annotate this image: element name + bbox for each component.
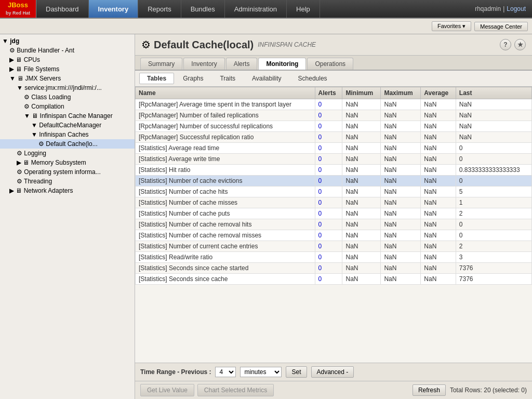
table-cell: 0: [315, 241, 342, 252]
chart-selected-metrics-button[interactable]: Chart Selected Metrics: [197, 384, 274, 396]
nav-item-reports[interactable]: Reports: [138, 0, 181, 18]
table-cell: 0: [315, 143, 342, 154]
table-row[interactable]: [Statistics] Seconds since cache0NaNNaNN…: [136, 274, 532, 285]
table-row[interactable]: [RpcManager] Successful replication rati…: [136, 132, 532, 143]
sidebar-item-8[interactable]: ▼ 🖥 Infinispan Cache Manager: [0, 111, 135, 121]
col-header-alerts: Alerts: [315, 87, 342, 99]
sidebar-item-3[interactable]: ▶ 🖥 File Systems: [0, 64, 135, 74]
table-row[interactable]: [Statistics] Average read time0NaNNaNNaN…: [136, 143, 532, 154]
table-row[interactable]: [Statistics] Number of cache removal hit…: [136, 219, 532, 230]
table-row[interactable]: [Statistics] Hit ratio0NaNNaNNaN0.833333…: [136, 165, 532, 176]
logo-brand: JBoss: [8, 1, 28, 9]
table-cell: NaN: [421, 110, 456, 121]
sidebar-item-1[interactable]: ⚙ Bundle Handler - Ant: [0, 46, 135, 55]
table-row[interactable]: [Statistics] Average write time0NaNNaNNa…: [136, 154, 532, 165]
table-row[interactable]: [Statistics] Number of cache misses0NaNN…: [136, 197, 532, 208]
table-row[interactable]: [RpcManager] Average time spent in the t…: [136, 99, 532, 110]
table-cell: NaN: [342, 99, 381, 110]
main-tab-monitoring[interactable]: Monitoring: [258, 58, 306, 70]
table-row[interactable]: [Statistics] Number of current cache ent…: [136, 241, 532, 252]
table-header: NameAlertsMinimumMaximumAverageLast: [136, 87, 532, 99]
get-live-value-button[interactable]: Get Live Value: [140, 384, 194, 396]
main-tab-alerts[interactable]: Alerts: [226, 58, 258, 70]
table-cell: NaN: [421, 241, 456, 252]
sidebar-item-4[interactable]: ▼ 🖥 JMX Servers: [0, 74, 135, 83]
star-icon-button[interactable]: ★: [514, 39, 526, 50]
table-cell: NaN: [421, 154, 456, 165]
table-cell: 0: [315, 176, 342, 187]
main-tab-summary[interactable]: Summary: [140, 58, 182, 70]
advanced-button[interactable]: Advanced -: [311, 366, 354, 378]
nav-item-dashboard[interactable]: Dashboard: [36, 0, 89, 18]
nav-item-help[interactable]: Help: [287, 0, 320, 18]
table-row[interactable]: [Statistics] Number of cache puts0NaNNaN…: [136, 208, 532, 219]
table-cell: NaN: [342, 230, 381, 241]
table-cell: 2: [456, 208, 531, 219]
page-gear-icon: ⚙: [141, 38, 151, 51]
table-cell: NaN: [342, 154, 381, 165]
table-cell: 7376: [456, 263, 531, 274]
refresh-button[interactable]: Refresh: [413, 384, 446, 396]
table-cell: 0: [315, 197, 342, 208]
table-cell: [Statistics] Hit ratio: [136, 165, 315, 176]
sub-tab-schedules[interactable]: Schedules: [290, 73, 335, 84]
table-row[interactable]: [Statistics] Seconds since cache started…: [136, 263, 532, 274]
table-cell: NaN: [421, 99, 456, 110]
sub-tab-tables[interactable]: Tables: [139, 73, 174, 84]
time-range-value-select[interactable]: 41812: [215, 367, 236, 377]
sidebar-item-5[interactable]: ▼ service:jmx:rmi:///jndi/rmi:/...: [0, 83, 135, 92]
table-cell: [RpcManager] Number of successful replic…: [136, 121, 315, 132]
set-button[interactable]: Set: [286, 366, 307, 378]
table-cell: NaN: [381, 241, 421, 252]
table-cell: 0: [315, 263, 342, 274]
table-cell: 0: [315, 154, 342, 165]
table-row[interactable]: [Statistics] Number of cache removal mis…: [136, 230, 532, 241]
sidebar-item-6[interactable]: ⚙ Class Loading: [0, 92, 135, 102]
table-cell: [Statistics] Number of cache evictions: [136, 176, 315, 187]
nav-item-bundles[interactable]: Bundles: [181, 0, 225, 18]
table-row[interactable]: [Statistics] Number of cache hits0NaNNaN…: [136, 187, 532, 197]
sidebar-item-14[interactable]: ⚙ Operating system informa...: [0, 167, 135, 177]
sidebar-item-10[interactable]: ▼ Infinispan Caches: [0, 130, 135, 139]
table-cell: NaN: [456, 121, 531, 132]
col-header-maximum: Maximum: [381, 87, 421, 99]
table-row[interactable]: [RpcManager] Number of failed replicatio…: [136, 110, 532, 121]
logout-link[interactable]: Logout: [507, 5, 526, 12]
sidebar-item-2[interactable]: ▶ 🖥 CPUs: [0, 55, 135, 64]
nav-item-inventory[interactable]: Inventory: [89, 0, 139, 18]
bottom-bar: Time Range - Previous : 41812 minuteshou…: [135, 363, 532, 381]
main-tab-inventory[interactable]: Inventory: [183, 58, 224, 70]
table-row[interactable]: [RpcManager] Number of successful replic…: [136, 121, 532, 132]
logo-sub: by Red Hat: [6, 10, 30, 16]
sidebar-item-0[interactable]: ▼ jdg: [0, 36, 135, 46]
sidebar-item-15[interactable]: ⚙ Threading: [0, 177, 135, 186]
sidebar-item-16[interactable]: ▶ 🖥 Network Adapters: [0, 186, 135, 195]
table-row[interactable]: [Statistics] Number of cache evictions0N…: [136, 176, 532, 187]
table-cell: NaN: [421, 197, 456, 208]
time-range-unit-select[interactable]: minuteshoursdays: [240, 367, 282, 377]
sub-tab-traits[interactable]: Traits: [212, 73, 243, 84]
main-tab-operations[interactable]: Operations: [307, 58, 353, 70]
table-cell: [Statistics] Seconds since cache started: [136, 263, 315, 274]
favorites-button[interactable]: Favorites ▾: [432, 21, 471, 31]
sidebar-item-12[interactable]: ⚙ Logging: [0, 149, 135, 158]
help-icon-button[interactable]: ?: [500, 39, 511, 50]
table-cell: NaN: [456, 99, 531, 110]
sidebar-item-11[interactable]: ⚙ Default Cache(lo...: [0, 139, 135, 149]
sub-tab-graphs[interactable]: Graphs: [175, 73, 211, 84]
table-cell: 0.8333333333333333: [456, 165, 531, 176]
page-header: ⚙ Default Cache(local) Infinispan Cache …: [135, 34, 532, 56]
table-cell: 0: [315, 132, 342, 143]
content-area: ⚙ Default Cache(local) Infinispan Cache …: [135, 34, 532, 399]
nav-items: DashboardInventoryReportsBundlesAdminist…: [36, 0, 320, 18]
sidebar-item-7[interactable]: ⚙ Compilation: [0, 102, 135, 111]
sub-tab-availability[interactable]: Availability: [244, 73, 289, 84]
sidebar-item-9[interactable]: ▼ DefaultCacheManager: [0, 121, 135, 130]
nav-item-administration[interactable]: Administration: [225, 0, 287, 18]
sidebar-item-13[interactable]: ▶ 🖥 Memory Subsystem: [0, 158, 135, 167]
message-center-button[interactable]: Message Center: [474, 22, 528, 31]
table-row[interactable]: [Statistics] Read/write ratio0NaNNaNNaN3: [136, 252, 532, 263]
main-layout: ▼ jdg⚙ Bundle Handler - Ant▶ 🖥 CPUs▶ 🖥 F…: [0, 34, 532, 399]
logo-text: JBoss by Red Hat: [6, 2, 30, 17]
table-cell: [Statistics] Number of cache puts: [136, 208, 315, 219]
